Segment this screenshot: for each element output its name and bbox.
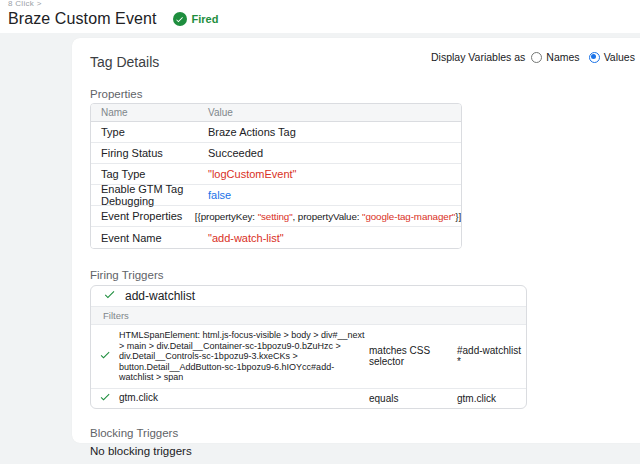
- filter-condition: HTMLSpanElement: html.js-focus-visible >…: [119, 325, 369, 388]
- filters-header: Filters: [91, 306, 526, 325]
- filter-row: HTMLSpanElement: html.js-focus-visible >…: [91, 325, 526, 389]
- check-icon: [99, 389, 111, 407]
- table-row: Event Properties [{propertyKey: "setting…: [91, 206, 461, 227]
- check-circle-icon: [173, 12, 187, 26]
- main-area: Tag Details Display Variables as Names V…: [0, 33, 640, 443]
- status-badge-label: Fired: [192, 13, 219, 25]
- values-radio[interactable]: [589, 52, 600, 63]
- table-row: Enable GTM Tag Debugging false: [91, 185, 461, 206]
- column-header-name: Name: [91, 107, 208, 118]
- blocking-triggers-heading: Blocking Triggers: [90, 427, 640, 439]
- filter-condition: gtm.click: [119, 393, 369, 404]
- table-row: Firing Status Succeeded: [91, 143, 461, 164]
- names-radio[interactable]: [531, 52, 542, 63]
- properties-table-header: Name Value: [91, 104, 461, 122]
- check-icon: [99, 347, 111, 365]
- firing-triggers-heading: Firing Triggers: [90, 269, 640, 281]
- properties-heading: Properties: [90, 88, 640, 100]
- properties-table: Name Value Type Braze Actions Tag Firing…: [90, 103, 462, 249]
- status-badge: Fired: [173, 12, 219, 26]
- firing-trigger-card: add-watchlist Filters HTMLSpanElement: h…: [90, 285, 527, 409]
- check-icon: [103, 287, 116, 305]
- column-header-value: Value: [208, 107, 233, 118]
- trigger-name: add-watchlist: [125, 289, 195, 303]
- display-variables-label: Display Variables as: [431, 51, 525, 63]
- page-title: Braze Custom Event: [8, 10, 157, 28]
- names-radio-label[interactable]: Names: [546, 51, 579, 63]
- filter-value: #add-watchlist *: [457, 345, 526, 367]
- filter-operator: matches CSS selector: [369, 345, 457, 367]
- filter-operator: equals: [369, 393, 457, 404]
- page-header: 8 Click > Braze Custom Event Fired: [0, 0, 640, 33]
- tag-details-card: Tag Details Display Variables as Names V…: [72, 38, 640, 443]
- trigger-name-row: add-watchlist: [91, 286, 526, 306]
- display-variables-toggle: Display Variables as Names Values: [431, 51, 640, 63]
- table-row: Tag Type "logCustomEvent": [91, 164, 461, 185]
- breadcrumb: 8 Click >: [8, 0, 640, 8]
- filter-value: gtm.click: [457, 393, 526, 404]
- table-row: Type Braze Actions Tag: [91, 122, 461, 143]
- table-row: Event Name "add-watch-list": [91, 227, 461, 248]
- values-radio-label[interactable]: Values: [604, 51, 635, 63]
- filter-row: gtm.click equals gtm.click: [91, 389, 526, 408]
- blocking-triggers-empty-text: No blocking triggers: [90, 445, 640, 457]
